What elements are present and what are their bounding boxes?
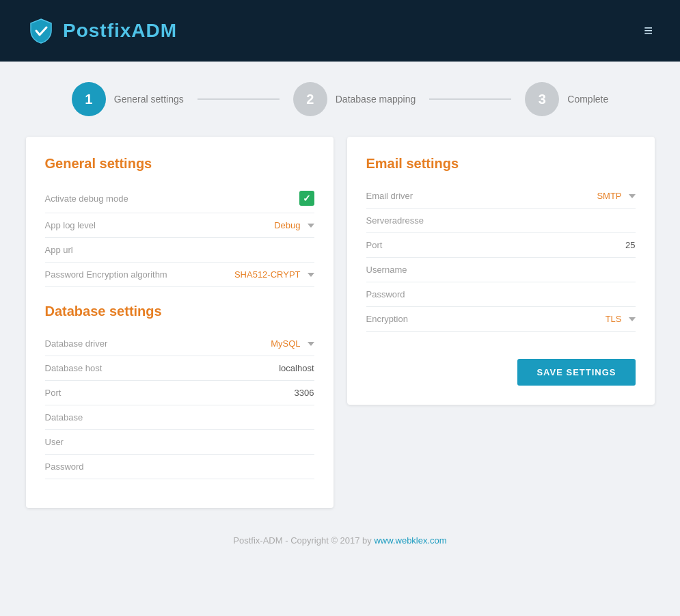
logo: PostfixADM xyxy=(27,17,177,44)
database-title-suffix: settings xyxy=(105,304,161,319)
db-driver-value[interactable]: MySQL xyxy=(271,338,314,349)
app-title-normal: Postfix xyxy=(63,20,131,41)
footer: Postfix-ADM - Copyright © 2017 by www.we… xyxy=(26,535,655,546)
db-name-input[interactable] xyxy=(152,412,314,423)
step-3-circle: 3 xyxy=(525,82,559,116)
email-settings-title: Email settings xyxy=(366,156,636,172)
log-level-text: Debug xyxy=(274,220,300,230)
encryption-email-dropdown-arrow xyxy=(629,317,636,321)
serveradresse-input[interactable] xyxy=(474,215,635,226)
serveradresse-label: Serveradresse xyxy=(366,215,424,226)
encryption-email-label: Encryption xyxy=(366,314,408,324)
serveradresse-row: Serveradresse xyxy=(366,209,636,233)
log-level-dropdown-arrow xyxy=(308,224,314,228)
debug-mode-checkbox[interactable] xyxy=(299,191,314,206)
step-3-label: Complete xyxy=(567,94,608,105)
db-port-value: 3306 xyxy=(295,388,314,398)
encryption-label: Password Encryption algorithm xyxy=(45,269,167,280)
email-password-row: Password xyxy=(366,282,636,307)
db-port-row: Port 3306 xyxy=(45,381,314,405)
db-port-label: Port xyxy=(45,388,62,398)
step-2-label: Database mapping xyxy=(336,94,416,105)
encryption-dropdown-arrow xyxy=(308,273,314,277)
email-username-input[interactable] xyxy=(474,265,635,275)
email-driver-label: Email driver xyxy=(366,191,413,201)
save-settings-button[interactable]: SAVE SETTINGS xyxy=(517,359,635,386)
encryption-email-row[interactable]: Encryption TLS xyxy=(366,307,636,332)
email-driver-text: SMTP xyxy=(597,191,621,201)
email-port-label: Port xyxy=(366,240,383,250)
debug-mode-label: Activate debug mode xyxy=(45,193,128,204)
app-title-bold: ADM xyxy=(131,20,177,41)
email-port-value: 25 xyxy=(625,240,635,250)
header: PostfixADM ≡ xyxy=(0,0,680,62)
general-title-suffix: settings xyxy=(96,156,152,171)
log-level-label: App log level xyxy=(45,220,96,230)
email-password-input[interactable] xyxy=(474,289,635,299)
app-url-input[interactable] xyxy=(152,245,314,255)
footer-text: Postfix-ADM - Copyright © 2017 by xyxy=(233,535,374,546)
email-password-label: Password xyxy=(366,289,405,299)
database-settings-section: Database settings Database driver MySQL … xyxy=(45,304,314,479)
step-1-label: General settings xyxy=(114,94,184,105)
db-name-row: Database xyxy=(45,405,314,430)
log-level-value[interactable]: Debug xyxy=(274,220,314,230)
email-port-row: Port 25 xyxy=(366,233,636,258)
app-title: PostfixADM xyxy=(63,20,177,42)
db-name-label: Database xyxy=(45,412,83,423)
db-password-input[interactable] xyxy=(152,461,314,472)
main-content: 1 General settings 2 Database mapping 3 … xyxy=(12,62,668,566)
encryption-row[interactable]: Password Encryption algorithm SHA512-CRY… xyxy=(45,263,314,287)
email-username-label: Username xyxy=(366,265,407,275)
encryption-email-text: TLS xyxy=(606,314,622,324)
db-host-row: Database host localhost xyxy=(45,356,314,381)
right-card: Email settings Email driver SMTP Servera… xyxy=(347,137,655,405)
step-2-circle: 2 xyxy=(293,82,327,116)
debug-mode-row: Activate debug mode xyxy=(45,184,314,213)
footer-link[interactable]: www.webklex.com xyxy=(374,535,446,546)
stepper: 1 General settings 2 Database mapping 3 … xyxy=(26,82,655,116)
step-3[interactable]: 3 Complete xyxy=(525,82,608,116)
cards-row: General settings Activate debug mode App… xyxy=(26,137,655,508)
email-title-suffix: settings xyxy=(403,156,459,171)
db-password-label: Password xyxy=(45,461,84,472)
left-card: General settings Activate debug mode App… xyxy=(26,137,334,508)
db-driver-text: MySQL xyxy=(271,338,300,349)
step-connector-1 xyxy=(198,98,280,100)
encryption-email-value[interactable]: TLS xyxy=(606,314,636,324)
step-2[interactable]: 2 Database mapping xyxy=(293,82,416,116)
encryption-text: SHA512-CRYPT xyxy=(234,269,301,280)
database-settings-title: Database settings xyxy=(45,304,314,319)
db-driver-label: Database driver xyxy=(45,338,108,349)
email-username-row: Username xyxy=(366,258,636,282)
db-driver-dropdown-arrow xyxy=(308,342,314,346)
email-driver-value[interactable]: SMTP xyxy=(597,191,635,201)
email-driver-dropdown-arrow xyxy=(629,194,636,198)
db-user-row: User xyxy=(45,430,314,455)
general-settings-section: General settings Activate debug mode App… xyxy=(45,156,314,287)
step-1[interactable]: 1 General settings xyxy=(72,82,184,116)
shield-icon xyxy=(27,17,55,44)
email-driver-row[interactable]: Email driver SMTP xyxy=(366,184,636,209)
db-driver-row[interactable]: Database driver MySQL xyxy=(45,332,314,356)
db-host-value: localhost xyxy=(279,363,314,373)
db-password-row: Password xyxy=(45,455,314,479)
app-url-label: App url xyxy=(45,245,73,255)
general-settings-title: General settings xyxy=(45,156,314,172)
encryption-value[interactable]: SHA512-CRYPT xyxy=(234,269,314,280)
database-title-normal: Database xyxy=(45,304,106,319)
email-fields-section: Email driver SMTP Serveradresse Port 25 … xyxy=(366,184,636,332)
log-level-row[interactable]: App log level Debug xyxy=(45,213,314,238)
menu-icon[interactable]: ≡ xyxy=(644,22,653,40)
email-title-normal: Email xyxy=(366,156,403,171)
save-btn-row: SAVE SETTINGS xyxy=(366,345,636,386)
step-1-circle: 1 xyxy=(72,82,106,116)
app-url-row: App url xyxy=(45,238,314,263)
db-host-label: Database host xyxy=(45,363,103,373)
step-connector-2 xyxy=(429,98,511,100)
db-user-input[interactable] xyxy=(152,437,314,447)
general-title-normal: General xyxy=(45,156,96,171)
db-user-label: User xyxy=(45,437,64,447)
